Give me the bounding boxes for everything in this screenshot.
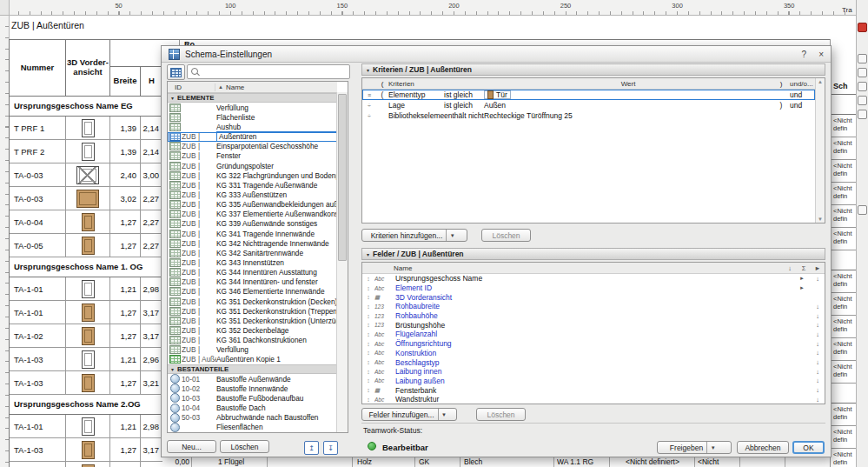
schema-list-item[interactable]: ZUB |KG 361 Dachkonstruktionen [168, 336, 337, 345]
panel-1-icon[interactable] [858, 54, 867, 63]
schema-list-item[interactable]: ZUB |KG 351 Deckenkonstruktion (Treppen) [168, 306, 337, 316]
schema-list-item[interactable]: ZUB |Einsparpotential Geschosshöhe [168, 142, 337, 151]
fields-section-header[interactable]: ▾ Felder / ZUB | Außentüren [361, 248, 825, 260]
field-row[interactable]: ↕AbcElement ID► [362, 284, 825, 293]
col-header-sch[interactable]: Sch [831, 39, 857, 95]
field-row[interactable]: ↕AbcKonstruktion↓ [362, 349, 825, 358]
field-row[interactable]: ↕AbcUrsprungsgeschoss Name►↓ [362, 274, 825, 284]
criteria-row[interactable]: ÷Lageist gleichAußen)und [362, 100, 815, 110]
schema-list-item[interactable]: Verfüllung [168, 103, 337, 112]
schema-list-item[interactable]: ZUB |Gründungspolster [168, 161, 337, 170]
schema-list-item[interactable]: ZUB |KG 351 Deckenkonstruktion (Unterzüg… [168, 316, 337, 325]
schema-list[interactable]: ID ▲ Name ▾ELEMENTEVerfüllungFlächenlist… [167, 81, 348, 433]
col-header-3d-vorderansicht[interactable]: 3D Vorder- ansicht [66, 40, 110, 96]
list-view-filter-button[interactable] [167, 64, 185, 80]
schema-list-item[interactable]: ZUB |KG 342 Sanitärtrennwände [168, 248, 337, 257]
table-row[interactable]: T PRF 21,392,14 [10, 140, 164, 163]
field-row[interactable]: ↕123Rohbauhöhe↓ [362, 311, 825, 321]
list-scrollbar[interactable] [336, 92, 348, 432]
field-row[interactable]: ↕AbcLaibung außen↓ [362, 377, 825, 386]
close-icon[interactable]: × [818, 50, 824, 59]
schema-list-item[interactable]: ZUB |KG 342 Nichttragende Innenwände [168, 238, 337, 248]
list-section-header[interactable]: ▾ELEMENTE [168, 93, 337, 103]
schema-list-item[interactable]: ZUB |Fenster [168, 151, 337, 161]
table-row[interactable]: TA-1-01,273,17 [10, 462, 164, 467]
flag-icon[interactable]: ► [811, 264, 825, 272]
chevron-down-icon[interactable]: ▼ [446, 230, 458, 241]
delete-field-button[interactable]: Löschen [476, 408, 526, 421]
list-col-name[interactable]: ▲ Name [215, 83, 337, 91]
panel-4-icon[interactable] [858, 96, 867, 105]
table-row[interactable]: TA-1-011,273,17 [10, 301, 164, 324]
dialog-titlebar[interactable]: Schema-Einstellungen ? × [162, 46, 831, 63]
panel-2-icon[interactable] [858, 68, 867, 77]
door-schedule[interactable]: Nummer 3D Vorder- ansicht Breite H Urspr… [9, 39, 164, 467]
schema-list-item[interactable]: ZUB |KG 322 Flachgründungen und Bodenpla… [168, 170, 337, 180]
schema-list-item[interactable]: 10-04Baustoffe Dach [168, 404, 337, 413]
list-col-id[interactable]: ID [168, 83, 215, 91]
sum-sigma-icon[interactable]: Σ [797, 264, 811, 272]
chevron-down-icon[interactable]: ▼ [706, 442, 719, 453]
ok-button[interactable]: OK [792, 441, 825, 454]
criteria-scrollbar[interactable]: ▲▼ [815, 78, 825, 223]
release-button[interactable]: Freigeben ▼ [657, 441, 732, 454]
add-criteria-button[interactable]: Kriterien hinzufügen... ▼ [361, 229, 467, 242]
schema-list-item[interactable]: ZUB |Außentüren [168, 132, 337, 142]
field-row[interactable]: ↕123Brüstungshöhe↓ [362, 320, 825, 330]
list-section-header[interactable]: ▾BESTANDTEILE [168, 364, 337, 374]
criteria-table[interactable]: ( Kriterien Wert ) und/o... ≡(Elementtyp… [361, 77, 825, 223]
schema-list-item[interactable]: ZUB |KG 351 Deckenkonstruktion (Decken) [168, 297, 337, 306]
export-schema-icon[interactable]: ↧ [323, 441, 338, 455]
schema-list-item[interactable]: 50-03Abbruchwände nach Baustoffen [168, 413, 337, 423]
schema-list-item[interactable]: ZUB |KG 333 Außenstützen [168, 190, 337, 199]
table-row[interactable]: TA-1-011,212,98 [10, 277, 164, 301]
field-row[interactable]: ↕AbcFlügelanzahl↓ [362, 330, 825, 339]
table-row[interactable]: TA-1-031,273,21 [10, 371, 164, 395]
table-row[interactable]: TA-1-031,273,17 [10, 438, 164, 462]
horizontal-ruler[interactable]: 050100150200250300350 [0, 0, 868, 16]
schema-list-item[interactable]: Fliesenflächen [168, 423, 337, 432]
table-row[interactable]: TA-0-033,022,27 [10, 187, 164, 210]
delete-criteria-button[interactable]: Löschen [481, 229, 531, 242]
table-row[interactable]: TA-1-031,212,96 [10, 348, 164, 371]
chevron-down-icon[interactable]: ▼ [438, 409, 450, 420]
field-row[interactable]: ↕123Rohbaubreite↓ [362, 302, 825, 311]
col-header-nummer[interactable]: Nummer [10, 40, 66, 96]
criteria-row[interactable]: ≡(Elementtypist gleichTürund [362, 90, 815, 100]
criteria-value-box[interactable]: Tür [484, 90, 511, 99]
import-schema-icon[interactable]: ↥ [304, 441, 319, 455]
table-row[interactable]: TA-0-032,403,00 [10, 163, 164, 187]
table-row[interactable]: TA-1-011,212,98 [10, 415, 164, 438]
schema-list-item[interactable]: 10-02Baustoffe Innenwände [168, 384, 337, 393]
field-row[interactable]: ↕AbcLaibung innen↓ [362, 367, 825, 377]
criteria-row[interactable]: ÷Bibliothekselemen...enthält nichtRechte… [362, 110, 815, 121]
schema-list-item[interactable]: Aushub [168, 122, 337, 131]
cancel-button[interactable]: Abbrechen [737, 441, 789, 454]
panel-3-icon[interactable] [858, 82, 867, 91]
help-button[interactable]: ? [802, 50, 807, 59]
schema-list-item[interactable]: ZUB |KG 352 Deckenbeläge [168, 325, 337, 335]
col-header-breite[interactable]: Breite [110, 67, 141, 96]
schema-list-item[interactable]: ZUB |KG 331 Tragende Außenwände [168, 180, 337, 190]
schema-list-item[interactable]: ZUB |KG 335 Außenwandbekleidungen außen [168, 200, 337, 210]
schema-list-item[interactable]: ZUB |KG 337 Elementierte Außenwandkonstr… [168, 210, 337, 219]
schema-list-item[interactable]: ZUB |KG 344 Innentüren- und fenster [168, 277, 337, 287]
table-row[interactable]: T PRF 11,392,14 [10, 117, 164, 140]
schema-list-item[interactable]: ZUB |KG 344 Innentüren Ausstattung [168, 268, 337, 277]
panel-6-icon[interactable] [858, 205, 867, 215]
red-tool-icon[interactable] [858, 23, 867, 32]
field-row[interactable]: ↕AbcÖffnungsrichtung↓ [362, 339, 825, 349]
schema-list-item[interactable]: ZUB |KG 339 Außenwände sonstiges [168, 219, 337, 229]
add-fields-button[interactable]: Felder hinzufügen... ▼ [361, 408, 457, 421]
table-row[interactable]: TA-0-051,272,27 [10, 234, 164, 257]
sort-down-icon[interactable]: ↓ [783, 264, 797, 272]
delete-schema-button[interactable]: Löschen [220, 440, 269, 453]
table-row[interactable]: TA-0-041,272,27 [10, 210, 164, 234]
schema-list-item[interactable]: ZUB |Verfüllung [168, 345, 337, 355]
list-scrollbar-thumb[interactable] [338, 94, 347, 261]
schema-list-item[interactable]: ZUB |KG 343 Innenstützen [168, 257, 337, 267]
schema-list-item[interactable]: Flächenliste [168, 112, 337, 122]
schema-list-item[interactable]: 10-03Baustoffe Fußbodenaufbau [168, 393, 337, 403]
criteria-section-header[interactable]: ▾ Kriterien / ZUB | Außentüren [361, 63, 825, 76]
field-row[interactable]: ↕▦3D Vorderansicht [362, 292, 825, 302]
